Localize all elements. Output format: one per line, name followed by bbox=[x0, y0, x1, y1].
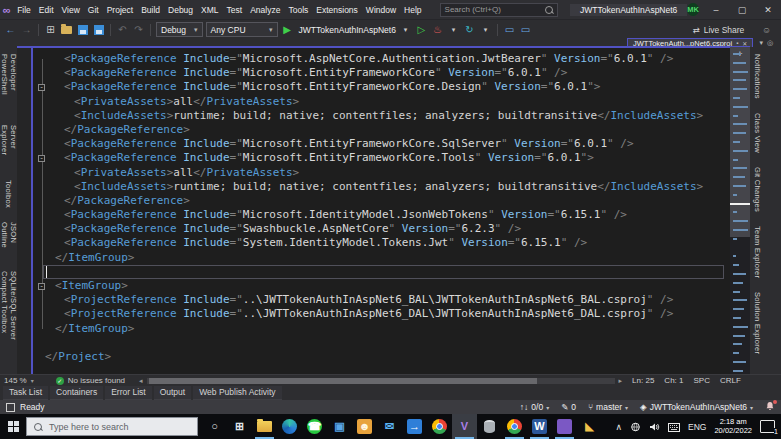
menu-git[interactable]: Git bbox=[84, 5, 103, 15]
taskbar-item-app-yellow[interactable]: ◣ bbox=[577, 414, 602, 439]
taskbar-item-task-view[interactable]: ⊞ bbox=[227, 414, 252, 439]
hidden-icons-chevron[interactable]: ∧ bbox=[615, 422, 622, 432]
chevron-down-icon[interactable]: ▾ bbox=[479, 23, 492, 36]
language-indicator[interactable]: ENG bbox=[688, 422, 706, 432]
git-sync-status[interactable]: ↑↓ 0/0 ▾ bbox=[520, 402, 549, 412]
horizontal-scrollbar[interactable] bbox=[147, 378, 615, 384]
menu-debug[interactable]: Debug bbox=[164, 5, 197, 15]
tool-tab-sqlite-sql-server-compact-toolbox[interactable]: SQLite/SQL Server Compact Toolbox bbox=[0, 264, 18, 374]
panel-tab-output[interactable]: Output bbox=[154, 386, 192, 401]
taskbar-item-ssms[interactable] bbox=[477, 414, 502, 439]
tool-tab-toolbox[interactable]: Toolbox bbox=[4, 173, 13, 215]
scroll-left-icon[interactable]: ◂ bbox=[139, 377, 143, 385]
taskbar-item-cortana[interactable]: ○ bbox=[202, 414, 227, 439]
panel-tab-containers[interactable]: Containers bbox=[50, 386, 103, 401]
tool-tab-solution-explorer[interactable]: Solution Explorer bbox=[753, 285, 762, 361]
menu-window[interactable]: Window bbox=[362, 5, 400, 15]
live-share-label[interactable]: Live Share bbox=[704, 25, 745, 35]
code-line[interactable]: </ItemGroup> bbox=[33, 251, 730, 265]
chevron-down-icon[interactable]: ▾ bbox=[31, 377, 34, 384]
fold-collapse-toggle[interactable]: - bbox=[38, 155, 45, 162]
code-line[interactable]: <ProjectReference Include="..\JWTTokenAu… bbox=[33, 307, 730, 321]
close-button[interactable]: ✕ bbox=[755, 0, 781, 19]
open-folder-icon[interactable] bbox=[60, 23, 73, 36]
scrollbar-thumb[interactable] bbox=[149, 378, 537, 384]
panel-tab-task-list[interactable]: Task List bbox=[3, 386, 48, 401]
tool-tab-json-outline[interactable]: JSON Outline bbox=[0, 215, 18, 264]
taskbar-item-visual-studio[interactable]: V bbox=[452, 414, 477, 439]
tab-options-icon[interactable]: ◎ bbox=[767, 39, 773, 47]
menu-xml[interactable]: XML bbox=[197, 5, 222, 15]
taskbar-item-chrome[interactable] bbox=[427, 414, 452, 439]
solution-configuration-dropdown[interactable]: Debug▾ bbox=[156, 22, 203, 37]
pending-edits-status[interactable]: ✎ 0 bbox=[561, 402, 576, 412]
menu-test[interactable]: Test bbox=[223, 5, 247, 15]
code-editor[interactable]: <PackageReference Include="Microsoft.Asp… bbox=[31, 48, 730, 374]
notifications-bell-icon[interactable] bbox=[765, 401, 775, 413]
code-line[interactable]: <PackageReference Include="Microsoft.Ent… bbox=[33, 137, 730, 151]
start-button[interactable] bbox=[0, 414, 26, 439]
issues-status-label[interactable]: No issues found bbox=[68, 376, 125, 385]
code-line[interactable]: </Project> bbox=[33, 350, 730, 364]
vertical-scrollbar-map[interactable]: + bbox=[730, 47, 750, 374]
taskbar-item-people[interactable]: ☻ bbox=[352, 414, 377, 439]
git-repository-selector[interactable]: ◈ JWTTokenAuthInAspNet6 ▾ bbox=[640, 402, 753, 412]
clock[interactable]: 2:18 am 20/02/2022 bbox=[714, 418, 752, 435]
code-line[interactable]: <PackageReference Include="Swashbuckle.A… bbox=[33, 222, 730, 236]
menu-file[interactable]: File bbox=[13, 5, 35, 15]
output-window-icon[interactable] bbox=[6, 403, 15, 412]
menu-help[interactable]: Help bbox=[400, 5, 425, 15]
menu-analyze[interactable]: Analyze bbox=[246, 5, 284, 15]
menu-edit[interactable]: Edit bbox=[35, 5, 58, 15]
code-line[interactable]: </PackageReference> bbox=[33, 194, 730, 208]
menu-tools[interactable]: Tools bbox=[284, 5, 312, 15]
minimize-button[interactable]: – bbox=[703, 0, 729, 19]
start-without-debugging-icon[interactable]: ▷ bbox=[415, 23, 428, 36]
new-project-icon[interactable]: ⊞ bbox=[44, 23, 57, 36]
refresh-icon[interactable]: ↻ bbox=[463, 23, 476, 36]
taskbar-item-your-phone[interactable]: → bbox=[402, 414, 427, 439]
git-branch-selector[interactable]: ⑂ master ▾ bbox=[588, 402, 628, 412]
network-icon[interactable] bbox=[630, 418, 641, 436]
code-line[interactable]: <PackageReference Include="System.Identi… bbox=[33, 236, 730, 250]
chevron-down-icon[interactable]: ▾ bbox=[399, 23, 412, 36]
tool-tab-class-view[interactable]: Class View bbox=[753, 106, 762, 160]
panel-tab-web-publish-activity[interactable]: Web Publish Activity bbox=[193, 386, 281, 401]
taskbar-item-chrome-profile[interactable] bbox=[502, 414, 527, 439]
fold-collapse-toggle[interactable]: - bbox=[38, 283, 45, 290]
navigate-back-icon[interactable]: ← bbox=[4, 23, 17, 36]
code-line[interactable]: <PackageReference Include="Microsoft.Asp… bbox=[33, 52, 730, 66]
account-avatar[interactable]: MK bbox=[687, 3, 699, 16]
solution-platform-dropdown[interactable]: Any CPU▾ bbox=[206, 22, 278, 37]
taskbar-item-whatsapp[interactable]: ☎ bbox=[302, 414, 327, 439]
start-debugging-icon[interactable]: ▶ bbox=[281, 23, 294, 36]
taskbar-item-photos[interactable]: ▣ bbox=[327, 414, 352, 439]
save-all-icon[interactable] bbox=[92, 23, 105, 36]
code-line[interactable]: </ItemGroup> bbox=[33, 322, 730, 336]
save-icon[interactable] bbox=[76, 23, 89, 36]
fold-collapse-toggle[interactable]: - bbox=[38, 84, 45, 91]
taskbar-search-box[interactable]: Type here to search bbox=[26, 417, 198, 436]
code-line[interactable]: </PackageReference> bbox=[33, 123, 730, 137]
code-line[interactable]: <PackageReference Include="Microsoft.Ent… bbox=[33, 151, 730, 165]
zoom-level-dropdown[interactable]: 145 % bbox=[4, 376, 27, 385]
panel-tab-error-list[interactable]: Error List bbox=[105, 386, 151, 401]
quick-search-box[interactable]: Search (Ctrl+Q) bbox=[440, 3, 558, 17]
startup-project-label[interactable]: JWTTokenAuthInAspNet6 bbox=[299, 25, 396, 35]
code-line[interactable]: <PackageReference Include="Microsoft.Ide… bbox=[33, 208, 730, 222]
code-line-current[interactable] bbox=[33, 265, 730, 279]
code-line[interactable] bbox=[33, 336, 730, 350]
touch-keyboard-icon[interactable] bbox=[668, 418, 680, 436]
taskbar-item-edge[interactable] bbox=[277, 414, 302, 439]
feedback-icon[interactable]: ☺ bbox=[762, 25, 771, 35]
redo-icon[interactable]: ↷ bbox=[132, 23, 145, 36]
tool-tab-server-explorer[interactable]: Server Explorer bbox=[0, 118, 18, 173]
taskbar-item-file-explorer[interactable] bbox=[252, 414, 277, 439]
panel-layout-icon[interactable]: ▭ bbox=[519, 23, 532, 36]
code-line[interactable]: <PrivateAssets>all</PrivateAssets> bbox=[33, 166, 730, 180]
action-center-icon[interactable]: 1 bbox=[760, 420, 775, 433]
code-line[interactable]: <PackageReference Include="Microsoft.Ent… bbox=[33, 66, 730, 80]
undo-icon[interactable]: ↶ bbox=[116, 23, 129, 36]
maximize-button[interactable]: ▢ bbox=[729, 0, 755, 19]
menu-view[interactable]: View bbox=[58, 5, 84, 15]
